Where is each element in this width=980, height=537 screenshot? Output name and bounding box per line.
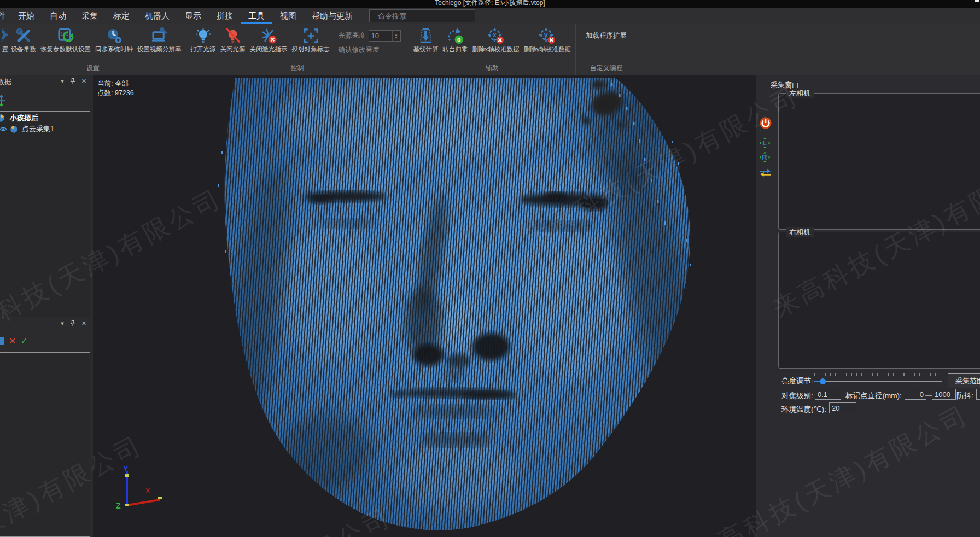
command-search-input[interactable] <box>377 11 475 21</box>
tab-stitch[interactable]: 拼接 <box>209 8 241 24</box>
restore-defaults-icon: 101 <box>57 27 74 44</box>
pie-pointcloud-icon <box>10 125 18 133</box>
capture-panel: 采集窗口 L R 左相机 右相机 亮度调节: 采集范围 对焦级 <box>756 75 980 537</box>
focus-level-label: 对焦级别: <box>781 391 813 401</box>
menu-bar: 件 开始 自动 采集 标定 机器人 显示 拼接 工具 视图 帮助与更新 <box>0 8 980 24</box>
axis-y-label: Y <box>123 466 129 473</box>
svg-text:R: R <box>762 153 767 161</box>
video-resolution-button[interactable]: 设置视频分辨率 <box>135 27 184 54</box>
bulb-off-icon <box>224 27 241 44</box>
marker-max-input[interactable] <box>932 389 956 400</box>
ribbon-group-custom: 加载程序扩展 自定义编程 <box>576 24 637 75</box>
svg-text:x: x <box>493 31 497 39</box>
eye-icon[interactable] <box>0 125 7 133</box>
tree-item-root[interactable]: 小孩摁后 <box>0 113 90 124</box>
sync-clock-button[interactable]: 同步系统时钟 <box>93 27 135 54</box>
tab-calibration[interactable]: 标定 <box>106 8 137 24</box>
slider-ticks <box>814 373 936 376</box>
device-constants-button[interactable]: 设备常数 <box>9 27 38 54</box>
crossed-tools-icon <box>15 27 32 44</box>
turntable-zero-button[interactable]: 0 转台归零 <box>441 27 470 54</box>
accept-icon[interactable]: ✓ <box>20 336 27 346</box>
tab-start[interactable]: 开始 <box>10 8 42 24</box>
axis-x-label: X <box>145 487 150 495</box>
svg-text:y: y <box>544 31 548 39</box>
left-sidebar: 数据 ▾ ✕ 小孩摁后 <box>0 75 93 537</box>
ribbon: 置 设备常数 101 恢复参数默认设置 <box>0 24 980 75</box>
delete-x-axis-button[interactable]: x 删除x轴校准数据 <box>470 27 522 54</box>
sort-arrows-icon[interactable] <box>0 94 8 108</box>
focus-mark-button[interactable]: 投射对焦标志 <box>290 27 332 54</box>
second-panel-box <box>0 352 90 537</box>
spinner-down-icon[interactable]: ▾ <box>395 36 398 39</box>
window-control-sliver[interactable] <box>975 0 979 2</box>
left-camera-view: 左相机 <box>778 93 980 230</box>
load-extension-button[interactable]: 加载程序扩展 <box>578 27 634 40</box>
capture-range-button[interactable]: 采集范围 <box>948 373 980 388</box>
baseline-calc-button[interactable]: 基线计算 <box>411 27 441 54</box>
ribbon-group-control: 打开光源 关闭光源 关闭激光指示 <box>186 24 409 75</box>
ribbon-group-settings: 置 设备常数 101 恢复参数默认设置 <box>0 24 186 75</box>
right-camera-icon[interactable]: R <box>759 151 771 163</box>
command-search[interactable] <box>369 9 475 22</box>
restore-defaults-button[interactable]: 101 恢复参数默认设置 <box>38 27 93 54</box>
title-bar: Techlego [文件路径: E:\小孩摁后.vtop] <box>0 0 980 8</box>
marker-min-input[interactable] <box>905 389 926 400</box>
laser-off-button[interactable]: 关闭激光指示 <box>248 27 290 54</box>
ribbon-group-label: 辅助 <box>409 63 576 75</box>
ribbon-group-label: 控制 <box>186 63 409 75</box>
ambient-temp-input[interactable] <box>829 402 856 413</box>
delete-x-axis-icon: x <box>487 27 504 44</box>
clock-sync-icon <box>106 27 122 44</box>
brightness-slider[interactable] <box>814 381 942 382</box>
ribbon-group-assist: 基线计算 0 转台归零 x 删除x轴校准数据 <box>409 24 576 75</box>
cut-tool-icon[interactable] <box>0 337 4 345</box>
axis-z-label: Z <box>116 501 121 510</box>
focus-level-input[interactable] <box>815 389 841 400</box>
laptop-wrench-icon <box>151 27 168 44</box>
bulb-on-icon <box>195 27 212 44</box>
model-tree: 小孩摁后 点云采集1 <box>0 111 90 317</box>
settings-button[interactable]: 置 <box>2 27 9 54</box>
close-icon[interactable]: ✕ <box>81 77 86 85</box>
tab-display[interactable]: 显示 <box>177 8 209 24</box>
tree-item-pointcloud[interactable]: 点云采集1 <box>0 124 90 135</box>
power-icon[interactable] <box>759 116 772 130</box>
window-title: Techlego [文件路径: E:\小孩摁后.vtop] <box>0 0 980 8</box>
viewport-info: 当前: 全部 点数: 97236 <box>97 79 134 98</box>
reject-icon[interactable]: ✕ <box>9 336 16 346</box>
slider-handle[interactable] <box>820 378 826 384</box>
svg-text:L: L <box>762 139 767 147</box>
left-camera-icon[interactable]: L <box>759 137 771 149</box>
tab-auto[interactable]: 自动 <box>42 8 74 24</box>
second-panel-toolbar: ✕ ✓ <box>0 334 28 348</box>
stabilize-input[interactable] <box>976 389 980 400</box>
chevron-down-icon[interactable]: ▾ <box>61 77 64 85</box>
delete-y-axis-button[interactable]: y 删除y轴校准数据 <box>522 27 573 54</box>
tab-robot[interactable]: 机器人 <box>137 8 177 24</box>
ribbon-group-label: 设置 <box>0 63 186 75</box>
confirm-brightness-button[interactable]: 确认修改亮度 <box>339 45 401 55</box>
tab-view[interactable]: 视图 <box>272 8 304 24</box>
marker-diameter-label: 标记点直径(mm): <box>845 391 902 401</box>
viewport-3d[interactable]: 当前: 全部 点数: 97236 <box>93 75 756 537</box>
close-icon[interactable]: ✕ <box>81 319 86 327</box>
gear-icon <box>2 27 9 44</box>
pin-icon[interactable] <box>70 78 75 85</box>
swap-cameras-icon[interactable] <box>759 167 772 178</box>
tab-capture[interactable]: 采集 <box>74 8 106 24</box>
data-panel-header: 数据 ▾ ✕ <box>0 75 93 88</box>
pin-icon[interactable] <box>70 320 75 327</box>
tab-file[interactable]: 件 <box>0 8 10 24</box>
second-panel-header: ▾ ✕ <box>0 317 93 330</box>
point-cloud-face <box>93 75 756 537</box>
light-brightness-input[interactable] <box>369 31 392 41</box>
light-brightness-control: 光源亮度 ▴ ▾ 确认修改亮度 <box>332 27 406 55</box>
viewport-current-label: 当前: 全部 <box>97 79 134 89</box>
light-off-button[interactable]: 关闭光源 <box>218 27 248 54</box>
right-camera-label: 右相机 <box>786 227 814 237</box>
light-on-button[interactable]: 打开光源 <box>189 27 218 54</box>
tab-tools[interactable]: 工具 <box>241 8 272 24</box>
chevron-down-icon[interactable]: ▾ <box>61 319 64 327</box>
tab-help[interactable]: 帮助与更新 <box>304 8 360 24</box>
